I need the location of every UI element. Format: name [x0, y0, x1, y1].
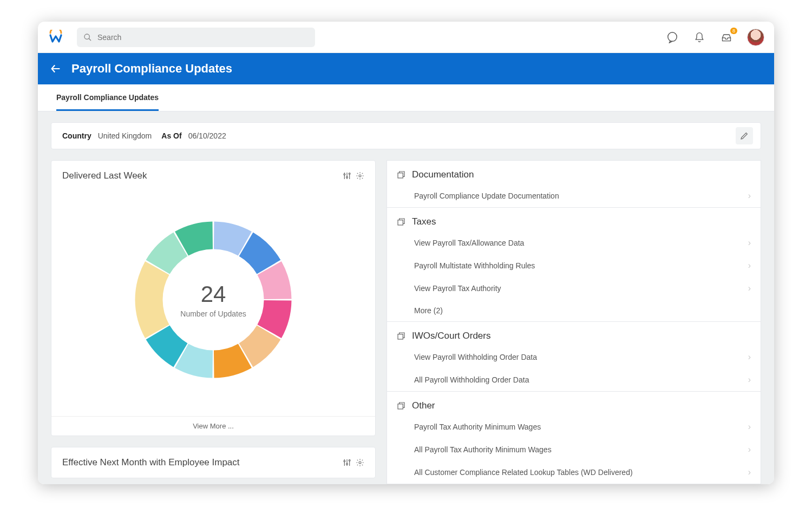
app-logo[interactable] — [48, 29, 64, 45]
inbox-badge: 8 — [730, 28, 737, 34]
chevron-right-icon: › — [748, 467, 751, 477]
asof-value: 06/10/2022 — [188, 131, 226, 140]
stack-icon — [397, 401, 405, 410]
top-icon-group: 8 — [666, 29, 764, 46]
topbar: 8 — [38, 22, 774, 53]
svg-point-15 — [349, 460, 350, 461]
tabs-row: Payroll Compliance Updates — [38, 84, 774, 111]
delivered-title: Delivered Last Week — [62, 170, 147, 181]
search-icon — [83, 33, 92, 42]
panel-head-iwo: IWOs/Court Orders — [387, 322, 761, 346]
page-title: Payroll Compliance Updates — [71, 62, 232, 76]
chevron-right-icon: › — [748, 352, 751, 362]
inbox-icon[interactable]: 8 — [720, 31, 733, 44]
pencil-icon — [740, 131, 749, 140]
stack-icon — [397, 170, 405, 179]
svg-line-1 — [89, 38, 91, 41]
search-box[interactable] — [77, 28, 315, 47]
link-label: Payroll Tax Authority Minimum Wages — [414, 423, 541, 431]
filter-bar: Country United Kingdom As Of 06/10/2022 — [51, 122, 761, 149]
effective-card: Effective Next Month with Employee Impac… — [51, 447, 376, 478]
chevron-right-icon: › — [748, 422, 751, 432]
donut-slice[interactable] — [135, 261, 169, 338]
view-more-link[interactable]: View More ... — [51, 416, 375, 436]
panel-iwo: IWOs/Court OrdersView Payroll Withholdin… — [387, 322, 761, 392]
link-row[interactable]: All Payroll Tax Authority Minimum Wages› — [387, 438, 761, 461]
link-label: View Payroll Tax/Allowance Data — [414, 239, 524, 247]
search-input[interactable] — [97, 33, 309, 42]
link-label: All Customer Compliance Related Lookup T… — [414, 468, 633, 477]
svg-rect-19 — [398, 334, 403, 339]
svg-point-4 — [344, 174, 345, 175]
svg-point-13 — [346, 463, 348, 465]
panel-title: Documentation — [412, 169, 474, 180]
svg-rect-17 — [398, 173, 403, 178]
svg-rect-18 — [398, 220, 403, 225]
svg-point-2 — [668, 32, 677, 41]
effective-title: Effective Next Month with Employee Impac… — [62, 457, 240, 468]
link-label: All Payroll Withholding Order Data — [414, 375, 529, 384]
svg-rect-20 — [398, 404, 403, 409]
sliders-icon[interactable] — [343, 458, 351, 467]
svg-point-0 — [84, 34, 89, 39]
country-value: United Kingdom — [98, 131, 152, 140]
link-label: View Payroll Tax Authority — [414, 284, 501, 293]
chevron-right-icon: › — [748, 445, 751, 454]
panel-title: IWOs/Court Orders — [412, 331, 490, 341]
link-row[interactable]: All Customer Compliance Related Lookup T… — [387, 461, 761, 484]
chevron-right-icon: › — [748, 375, 751, 385]
panel-title: Taxes — [412, 216, 436, 227]
link-row[interactable]: Payroll Compliance Update Documentation› — [387, 184, 761, 207]
donut-center-label: Number of Updates — [180, 309, 246, 318]
sliders-icon[interactable] — [343, 172, 351, 180]
panel-head-other: Other — [387, 392, 761, 416]
back-arrow-icon[interactable] — [50, 63, 62, 75]
country-label: Country — [62, 131, 91, 140]
link-row[interactable]: View Payroll Tax/Allowance Data› — [387, 232, 761, 254]
bell-icon[interactable] — [693, 31, 706, 44]
right-column: DocumentationPayroll Compliance Update D… — [387, 160, 761, 484]
gear-icon[interactable] — [356, 458, 364, 467]
panel-head-taxes: Taxes — [387, 208, 761, 232]
link-label: More (2) — [414, 306, 443, 315]
content-area: Country United Kingdom As Of 06/10/2022 … — [38, 111, 774, 484]
panel-documentation: DocumentationPayroll Compliance Update D… — [387, 160, 761, 208]
link-label: Payroll Compliance Update Documentation — [414, 192, 559, 200]
tab-primary[interactable]: Payroll Compliance Updates — [56, 84, 159, 111]
chevron-right-icon: › — [748, 191, 751, 201]
panel-other: OtherPayroll Tax Authority Minimum Wages… — [387, 392, 761, 484]
link-row[interactable]: Payroll Tax Authority Minimum Wages› — [387, 416, 761, 438]
asof-label: As Of — [161, 131, 181, 140]
link-row[interactable]: Payroll Multistate Withholding Rules› — [387, 254, 761, 277]
edit-filter-button[interactable] — [736, 127, 753, 144]
svg-point-9 — [359, 175, 361, 177]
link-row[interactable]: More (2) — [387, 300, 761, 321]
stack-icon — [397, 332, 405, 340]
svg-point-8 — [349, 173, 350, 175]
panel-head-documentation: Documentation — [387, 161, 761, 184]
link-label: All Payroll Tax Authority Minimum Wages — [414, 445, 552, 454]
panel-title: Other — [412, 400, 435, 411]
delivered-card: Delivered Last Week — [51, 160, 376, 436]
chevron-right-icon: › — [748, 261, 751, 271]
app-window: 8 Payroll Compliance Updates Payroll Com… — [38, 22, 774, 484]
page-header: Payroll Compliance Updates — [38, 53, 774, 84]
svg-point-6 — [346, 176, 348, 178]
link-label: View Payroll Withholding Order Data — [414, 353, 537, 361]
chevron-right-icon: › — [748, 238, 751, 248]
donut-center-value: 24 — [180, 281, 246, 307]
link-label: Payroll Multistate Withholding Rules — [414, 261, 535, 270]
avatar[interactable] — [747, 29, 764, 46]
chevron-right-icon: › — [748, 283, 751, 293]
gear-icon[interactable] — [356, 172, 364, 180]
stack-icon — [397, 217, 405, 226]
link-row[interactable]: View Payroll Withholding Order Data› — [387, 346, 761, 368]
link-row[interactable]: All Payroll Withholding Order Data› — [387, 368, 761, 391]
donut-chart: 24 Number of Updates — [51, 183, 375, 416]
panel-taxes: TaxesView Payroll Tax/Allowance Data›Pay… — [387, 208, 761, 322]
link-row[interactable]: View Payroll Tax Authority› — [387, 277, 761, 300]
chat-icon[interactable] — [666, 31, 679, 44]
svg-point-11 — [344, 460, 345, 462]
svg-point-16 — [359, 461, 361, 464]
